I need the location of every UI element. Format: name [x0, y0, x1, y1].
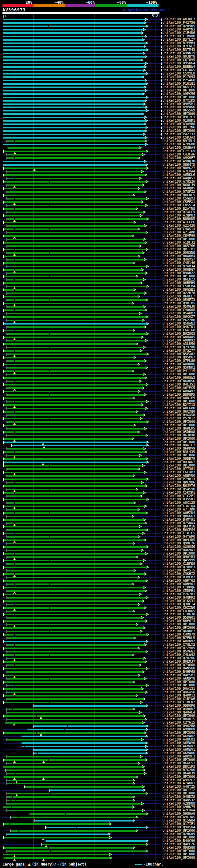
- alignment-bar[interactable]: [7, 536, 138, 537]
- alignment-bar[interactable]: [4, 695, 136, 696]
- alignment-bar[interactable]: [4, 539, 144, 541]
- alignment-bar[interactable]: [7, 773, 144, 774]
- alignment-bar[interactable]: [4, 600, 142, 602]
- alignment-bar[interactable]: [3, 83, 145, 85]
- alignment-bar[interactable]: [7, 810, 142, 811]
- alignment-bar[interactable]: [7, 489, 136, 490]
- alignment-bar[interactable]: [7, 529, 146, 531]
- alignment-bar[interactable]: [7, 299, 145, 301]
- alignment-bar[interactable]: [7, 834, 108, 835]
- alignment-bar[interactable]: [4, 847, 133, 848]
- alignment-bar[interactable]: [4, 452, 145, 453]
- alignment-bar[interactable]: [4, 560, 143, 561]
- alignment-bar[interactable]: [22, 736, 145, 737]
- alignment-bar[interactable]: [4, 181, 146, 183]
- alignment-bar[interactable]: [4, 661, 145, 662]
- alignment-bar[interactable]: [7, 597, 146, 598]
- alignment-bar[interactable]: [4, 587, 143, 588]
- alignment-bar[interactable]: [4, 675, 138, 676]
- alignment-bar[interactable]: [7, 664, 139, 666]
- alignment-bar[interactable]: [3, 87, 144, 88]
- alignment-bar[interactable]: [4, 505, 144, 507]
- alignment-bar[interactable]: [7, 273, 145, 274]
- alignment-bar[interactable]: [4, 580, 145, 582]
- alignment-bar[interactable]: [3, 53, 143, 54]
- alignment-bar[interactable]: [7, 448, 143, 450]
- alignment-bar[interactable]: [3, 80, 145, 81]
- alignment-bar[interactable]: [4, 418, 140, 420]
- alignment-bar[interactable]: [7, 198, 146, 199]
- alignment-bar[interactable]: [3, 59, 141, 61]
- alignment-bar[interactable]: [4, 282, 140, 284]
- alignment-bar[interactable]: [34, 752, 145, 754]
- alignment-bar[interactable]: [7, 644, 144, 646]
- alignment-bar[interactable]: [7, 232, 145, 234]
- alignment-bar[interactable]: [7, 239, 143, 240]
- alignment-bar[interactable]: [7, 320, 142, 321]
- alignment-bar[interactable]: [4, 492, 143, 494]
- alignment-bar[interactable]: [3, 106, 145, 108]
- alignment-bar[interactable]: [4, 441, 146, 443]
- alignment-bar[interactable]: [4, 370, 132, 372]
- alignment-bar[interactable]: [3, 766, 142, 768]
- alignment-bar[interactable]: [7, 739, 141, 741]
- alignment-bar[interactable]: [3, 63, 145, 64]
- alignment-bar[interactable]: [7, 306, 143, 308]
- alignment-bar[interactable]: [3, 117, 144, 118]
- alignment-bar[interactable]: [7, 327, 144, 328]
- alignment-bar[interactable]: [4, 242, 145, 244]
- alignment-bar[interactable]: [7, 550, 141, 551]
- alignment-bar[interactable]: [7, 678, 144, 680]
- alignment-bar[interactable]: [7, 154, 142, 155]
- alignment-bar[interactable]: [11, 816, 136, 818]
- alignment-bar[interactable]: [46, 827, 146, 828]
- alignment-bar[interactable]: [4, 654, 132, 656]
- alignment-bar[interactable]: [7, 171, 141, 173]
- alignment-bar[interactable]: [3, 137, 145, 138]
- alignment-bar[interactable]: [7, 611, 133, 612]
- alignment-bar[interactable]: [4, 151, 146, 152]
- alignment-bar[interactable]: [7, 685, 146, 686]
- alignment-bar[interactable]: [4, 337, 141, 338]
- alignment-bar[interactable]: [7, 584, 132, 585]
- alignment-bar[interactable]: [3, 93, 142, 95]
- alignment-bar[interactable]: [4, 688, 141, 690]
- alignment-bar[interactable]: [3, 49, 146, 51]
- alignment-bar[interactable]: [7, 388, 142, 389]
- alignment-bar[interactable]: [3, 161, 144, 162]
- alignment-bar[interactable]: [4, 174, 145, 176]
- alignment-bar[interactable]: [4, 857, 109, 859]
- alignment-bar[interactable]: [3, 22, 144, 24]
- alignment-bar[interactable]: [7, 292, 144, 294]
- alignment-bar[interactable]: [3, 90, 145, 91]
- alignment-bar[interactable]: [7, 803, 141, 805]
- alignment-bar[interactable]: [4, 215, 140, 216]
- alignment-bar[interactable]: [7, 482, 141, 484]
- alignment-bar[interactable]: [3, 120, 145, 122]
- alignment-bar[interactable]: [3, 76, 142, 78]
- alignment-bar[interactable]: [28, 729, 146, 731]
- alignment-bar[interactable]: [3, 164, 145, 166]
- alignment-bar[interactable]: [4, 837, 109, 838]
- alignment-bar[interactable]: [7, 205, 145, 206]
- alignment-bar[interactable]: [30, 813, 146, 815]
- alignment-bar[interactable]: [7, 408, 145, 409]
- alignment-bar[interactable]: [3, 29, 143, 30]
- alignment-bar[interactable]: [7, 279, 143, 280]
- alignment-bar[interactable]: [25, 786, 142, 787]
- alignment-bar[interactable]: [7, 691, 145, 693]
- alignment-bar[interactable]: [4, 289, 134, 291]
- alignment-bar[interactable]: [7, 380, 139, 382]
- alignment-bar[interactable]: [4, 384, 146, 385]
- alignment-bar[interactable]: [4, 641, 146, 642]
- alignment-bar[interactable]: [4, 458, 146, 460]
- alignment-bar[interactable]: [7, 630, 140, 632]
- alignment-bar[interactable]: [7, 651, 145, 652]
- alignment-bar[interactable]: [7, 333, 146, 335]
- alignment-bar[interactable]: [4, 634, 146, 636]
- alignment-bar[interactable]: [7, 793, 145, 795]
- alignment-bar[interactable]: [7, 556, 136, 558]
- alignment-bar[interactable]: [4, 462, 146, 463]
- alignment-bar[interactable]: [4, 776, 136, 778]
- alignment-bar[interactable]: [7, 340, 145, 341]
